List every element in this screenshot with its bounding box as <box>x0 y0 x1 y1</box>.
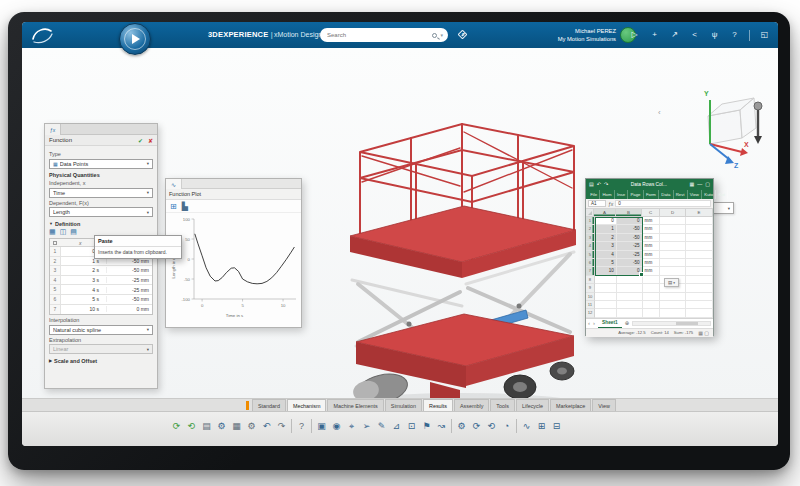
export-plot-icon[interactable]: ⊞ <box>170 202 177 211</box>
ribbon-tab[interactable]: Hom <box>600 190 614 199</box>
notifications-icon[interactable]: ▷ <box>629 27 640 43</box>
sheet-nav-right-icon[interactable]: › <box>593 320 595 326</box>
sheet-row[interactable]: 4 3 -25 mm <box>586 242 713 250</box>
topbar-divider[interactable] <box>749 30 750 41</box>
ribbon-tab[interactable]: Kuto <box>702 190 716 199</box>
navigate-icon[interactable]: ➢ <box>360 417 373 435</box>
ribbon-tab[interactable]: Page <box>628 190 643 199</box>
column-header-c[interactable]: C <box>642 209 660 216</box>
help-icon[interactable]: ? <box>729 27 740 43</box>
function-plot-window[interactable]: ∿ Function Plot ⊞ ▙ Length in mm 100500-… <box>165 178 302 328</box>
excel-redo-icon[interactable]: ↷ <box>604 179 608 190</box>
fx-icon[interactable]: ƒx <box>608 201 613 207</box>
tag-icon[interactable] <box>458 30 468 40</box>
toolbar-separator[interactable] <box>290 417 293 435</box>
sheet-row[interactable]: 3 2 -50 mm <box>586 234 713 242</box>
add-sheet-icon[interactable]: ⊕ <box>625 320 630 326</box>
select-all-checkbox[interactable] <box>53 241 57 245</box>
save-icon[interactable]: ▤ <box>200 417 213 435</box>
data-table-icon[interactable]: ⊞ <box>535 417 548 435</box>
ribbon-tab[interactable]: File <box>588 190 600 199</box>
view-mode-icons[interactable]: ▦ ▢ <box>698 330 709 336</box>
definition-section-toggle[interactable]: ▼ Definition <box>49 221 153 227</box>
sheet-row[interactable]: 1 0 0 mm <box>586 217 713 225</box>
mechanism-gear-icon[interactable]: ⚙ <box>455 417 468 435</box>
ribbon-tab[interactable]: View <box>688 190 703 199</box>
excel-grid-icon[interactable]: ▦ <box>690 179 695 190</box>
viewport-3d[interactable]: ‹ Y X Z mm ▾ <box>22 48 778 398</box>
excel-save-icon[interactable]: ▤ <box>589 179 594 190</box>
chart-options-icon[interactable]: ▙ <box>182 202 188 211</box>
annotate-icon[interactable]: ↝ <box>435 417 448 435</box>
ribbon-tab[interactable]: Kut <box>716 190 728 199</box>
redo-icon[interactable]: ↷ <box>275 417 288 435</box>
column-header-e[interactable]: E <box>686 209 713 216</box>
toolbar-separator[interactable] <box>515 417 518 435</box>
sketch-pencil-icon[interactable]: ✎ <box>375 417 388 435</box>
scrollbar-thumb[interactable] <box>676 322 699 325</box>
measure-angle-icon[interactable]: ⊿ <box>390 417 403 435</box>
sheet-row[interactable]: 10 <box>586 293 713 301</box>
type-dropdown[interactable]: ▦ Data Points ▾ <box>49 159 153 169</box>
swym-icon[interactable]: ψ <box>709 27 720 43</box>
sync-select-icon[interactable]: ⟲ <box>185 417 198 435</box>
sheet-row[interactable]: 6 5 -50 mm <box>586 259 713 267</box>
dependent-dropdown[interactable]: Length ▾ <box>49 207 153 217</box>
flag-icon[interactable]: ⚑ <box>420 417 433 435</box>
select-all-corner[interactable] <box>586 209 594 216</box>
undo-icon[interactable]: ↶ <box>260 417 273 435</box>
sync-all-icon[interactable]: ⟳ <box>170 417 183 435</box>
settings-icon[interactable]: ⚙ <box>245 417 258 435</box>
ok-button[interactable]: ✔ <box>138 137 143 144</box>
sheet-row[interactable]: 7 10 0 mm <box>586 267 713 275</box>
share-icon[interactable]: ↗ <box>669 27 680 43</box>
sheet-row[interactable]: 8 <box>586 276 713 284</box>
robot-target-icon[interactable]: ⌖ <box>345 417 358 435</box>
minimize-button[interactable]: — <box>697 179 702 190</box>
axis-triad[interactable]: Y X Z <box>678 86 770 182</box>
clipboard-icon[interactable]: ▦ <box>230 417 243 435</box>
function-tab[interactable]: ƒx <box>45 124 61 135</box>
help-icon[interactable]: ? <box>295 417 308 435</box>
sheet-scrollbar[interactable] <box>632 321 711 326</box>
ribbon-tab[interactable]: Inse <box>615 190 629 199</box>
plot-curve-icon[interactable]: ∿ <box>520 417 533 435</box>
fullscreen-icon[interactable]: ◱ <box>759 27 770 43</box>
independent-dropdown[interactable]: Time ▾ <box>49 188 153 198</box>
frame-icon[interactable]: ⊡ <box>405 417 418 435</box>
sheet-tab[interactable]: Sheet1 <box>598 319 622 328</box>
manage-session-icon[interactable]: ⚙ <box>215 417 228 435</box>
column-header-d[interactable]: D <box>660 209 686 216</box>
excel-titlebar[interactable]: ▤ ↶ ↷ Data Rows Col... ▦ — ▢ <box>586 179 713 190</box>
search-icon[interactable] <box>432 33 437 38</box>
column-header-a[interactable]: A <box>594 209 616 216</box>
toolbar-separator[interactable] <box>450 417 453 435</box>
sheet-row[interactable]: 2 1 -50 mm <box>586 225 713 233</box>
data-point-row[interactable]: 5 4 s -25 mm <box>50 285 152 295</box>
toolbar-separator[interactable] <box>310 417 313 435</box>
data-point-row[interactable]: 7 10 s 0 mm <box>50 305 152 315</box>
search-bar[interactable]: ▾ <box>320 28 448 42</box>
data-point-row[interactable]: 6 5 s -50 mm <box>50 295 152 305</box>
motion-play-icon[interactable]: ⟳ <box>470 417 483 435</box>
globe-icon[interactable]: ◉ <box>330 417 343 435</box>
ribbon-tab[interactable]: Revi <box>674 190 688 199</box>
copy-icon[interactable]: ◫ <box>60 228 67 236</box>
formula-input[interactable]: 0 <box>615 200 711 207</box>
search-input[interactable] <box>325 31 429 39</box>
motion-reset-icon[interactable]: ⟲ <box>485 417 498 435</box>
data-point-row[interactable]: 3 2 s -50 mm <box>50 266 152 276</box>
collaboration-icon[interactable]: < <box>689 27 700 43</box>
interpolation-dropdown[interactable]: Natural cubic spline ▾ <box>49 325 153 335</box>
compass-app-icon[interactable] <box>119 23 151 55</box>
probe-icon[interactable]: ◔ <box>500 417 513 435</box>
ribbon-tab[interactable]: Form <box>644 190 659 199</box>
function-panel-header[interactable]: Function ✔ ✘ <box>45 135 157 146</box>
plot-tab-icon[interactable]: ∿ <box>166 179 182 189</box>
sheet-row[interactable]: 11 <box>586 301 713 309</box>
import-table-icon[interactable]: ▦ <box>49 228 56 236</box>
plot-window-titlebar[interactable]: Function Plot <box>166 189 301 200</box>
scale-offset-section-toggle[interactable]: ▶ Scale and Offset <box>49 358 153 364</box>
sheet-row[interactable]: 12 <box>586 309 713 317</box>
ribbon-tab[interactable]: Data <box>659 190 673 199</box>
